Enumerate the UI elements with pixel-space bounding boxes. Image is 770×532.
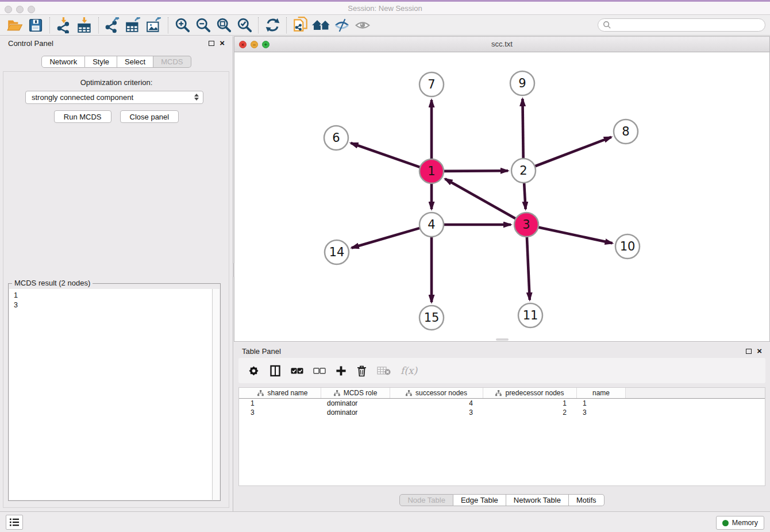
graph-edge-2-3[interactable] [524, 183, 526, 209]
graph-node-14[interactable]: 14 [325, 240, 349, 264]
table-cell[interactable]: 3 [577, 408, 626, 417]
table-cell[interactable]: 3 [245, 408, 321, 417]
close-panel-button[interactable]: Close panel [120, 110, 179, 123]
criterion-dropdown[interactable]: strongly connected component [25, 91, 203, 104]
control-panel: Control Panel × NetworkStyleSelectMCDS O… [0, 36, 233, 511]
result-line: 1 [14, 291, 215, 300]
export-table-icon [125, 17, 141, 33]
table-cell[interactable]: 2 [483, 408, 577, 417]
tab-style[interactable]: Style [85, 56, 117, 68]
zoom-fit-button[interactable] [213, 17, 234, 34]
control-panel-tabs: NetworkStyleSelectMCDS [0, 56, 233, 68]
graph-edge-3-1[interactable] [445, 179, 516, 218]
graph-edge-3-11[interactable] [527, 237, 530, 300]
run-mcds-button[interactable]: Run MCDS [54, 110, 111, 123]
table-tab-node-table[interactable]: Node Table [399, 494, 453, 506]
column-header-MCDS-role[interactable]: MCDS role [321, 388, 390, 398]
table-row[interactable]: 1dominator411 [239, 399, 765, 408]
hierarchy-icon [406, 390, 412, 396]
table-cell[interactable]: 4 [390, 399, 483, 408]
delete-column-button[interactable] [356, 364, 367, 377]
graph-edge-1-6[interactable] [351, 143, 421, 167]
column-header-successor-nodes[interactable]: successor nodes [390, 388, 483, 398]
close-panel-icon[interactable]: × [220, 38, 225, 48]
splitter-handle[interactable] [496, 338, 509, 341]
show-all-button[interactable] [352, 17, 373, 34]
graph-node-4[interactable]: 4 [419, 213, 444, 237]
zoom-out-button[interactable] [192, 17, 213, 34]
table-tab-network-table[interactable]: Network Table [506, 494, 569, 506]
add-column-button[interactable] [336, 364, 346, 377]
graph-node-15[interactable]: 15 [419, 306, 444, 330]
export-image-button[interactable] [144, 17, 164, 34]
table-cell[interactable]: dominator [321, 399, 390, 408]
select-all-button[interactable] [291, 364, 303, 377]
search-input[interactable] [615, 21, 760, 29]
zoom-selected-button[interactable] [234, 17, 255, 34]
hierarchy-icon [495, 390, 502, 396]
show-columns-button[interactable] [270, 364, 281, 377]
refresh-layout-button[interactable] [262, 17, 283, 34]
save-session-button[interactable] [25, 17, 46, 34]
import-table-button[interactable] [74, 17, 95, 34]
memory-button[interactable]: Memory [716, 516, 764, 530]
table-cell[interactable]: dominator [321, 408, 390, 417]
graph-edge-2-9[interactable] [522, 99, 523, 159]
function-builder-button[interactable]: f(x) [401, 364, 417, 377]
graph-node-3[interactable]: 3 [514, 213, 538, 237]
column-header-predecessor-nodes[interactable]: predecessor nodes [483, 388, 577, 398]
float-panel-icon[interactable] [209, 41, 214, 46]
hierarchy-icon [257, 390, 264, 396]
mcds-result-area[interactable]: 13 [9, 289, 220, 500]
table-cell[interactable]: 1 [577, 399, 626, 408]
task-history-button[interactable] [6, 515, 23, 530]
svg-text:14: 14 [329, 245, 345, 259]
float-table-panel-icon[interactable] [746, 349, 752, 354]
table-cell[interactable]: 1 [483, 399, 577, 408]
table-row[interactable]: 3dominator323 [239, 408, 765, 417]
graph-node-7[interactable]: 7 [419, 72, 444, 97]
graph-edge-2-8[interactable] [535, 137, 611, 167]
graph-node-11[interactable]: 11 [518, 303, 542, 327]
export-table-button[interactable] [123, 17, 144, 34]
table-cell[interactable]: 1 [245, 399, 321, 408]
graph-node-1[interactable]: 1 [419, 159, 444, 183]
select-all-icon [291, 367, 303, 375]
graph-node-6[interactable]: 6 [324, 126, 348, 150]
hide-panel-button[interactable] [311, 17, 332, 34]
graph-edge-1-2[interactable] [444, 171, 508, 171]
deselect-all-button[interactable] [313, 364, 326, 377]
graph-edge-3-10[interactable] [538, 227, 613, 243]
import-network-button[interactable] [53, 17, 74, 34]
import-network-icon [56, 17, 72, 33]
graph-node-8[interactable]: 8 [614, 119, 638, 144]
table-cell[interactable]: 3 [390, 408, 483, 417]
svg-text:8: 8 [622, 125, 629, 138]
result-scrollbar[interactable] [212, 289, 220, 500]
tab-mcds[interactable]: MCDS [153, 56, 191, 68]
graph-node-9[interactable]: 9 [510, 71, 534, 95]
clone-network-button[interactable] [290, 17, 311, 34]
column-header-name[interactable]: name [577, 388, 626, 398]
zoom-in-button[interactable] [172, 17, 192, 34]
network-window-titlebar[interactable]: × − + scc.txt [234, 37, 769, 52]
table-settings-button[interactable] [248, 364, 260, 377]
table-tab-motifs[interactable]: Motifs [569, 494, 605, 506]
svg-text:11: 11 [523, 309, 538, 322]
column-header-shared-name[interactable]: shared name [245, 388, 321, 398]
plus-icon [336, 365, 346, 376]
graph-node-2[interactable]: 2 [511, 159, 536, 183]
network-canvas[interactable]: 7968124314101511 [234, 52, 769, 341]
graph-edge-4-14[interactable] [352, 228, 420, 248]
table-tab-edge-table[interactable]: Edge Table [453, 494, 506, 506]
graph-node-10[interactable]: 10 [615, 234, 640, 259]
close-table-panel-icon[interactable]: × [757, 346, 762, 356]
export-network-button[interactable] [102, 17, 123, 34]
hide-selected-button[interactable] [332, 17, 352, 34]
open-session-button[interactable] [5, 17, 25, 34]
delete-table-button[interactable] [377, 364, 391, 377]
tab-select[interactable]: Select [117, 56, 153, 68]
tab-network[interactable]: Network [41, 56, 85, 68]
delete-table-icon [377, 366, 391, 375]
search-field[interactable] [598, 18, 765, 32]
